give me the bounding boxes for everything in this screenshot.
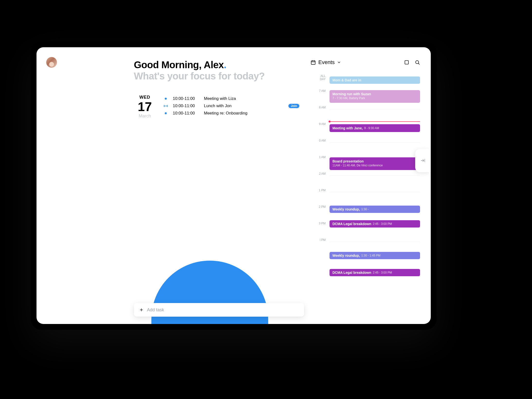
events-dropdown[interactable]: Events	[311, 59, 341, 66]
svg-rect-3	[311, 61, 315, 65]
event-title: DCMA Legal breakdown	[332, 271, 371, 275]
event-title: Morning run with Suzan	[332, 92, 371, 96]
plus-icon	[139, 308, 144, 312]
hour-label: 3 PM	[319, 222, 326, 225]
main-content: Good Morning, Alex. What's your focus fo…	[134, 47, 309, 324]
greeting: Good Morning, Alex.	[134, 59, 309, 70]
now-indicator	[330, 121, 420, 122]
agenda-time: 10:00-11:00	[173, 111, 200, 116]
svg-point-0	[165, 106, 166, 106]
event-subtitle: 7 - 7:30 AM, Battery Park	[332, 96, 365, 100]
subtitle: What's your focus for today?	[134, 71, 309, 82]
hour-label: 9 AM	[319, 122, 326, 126]
event-title: Board presentation	[332, 159, 364, 163]
hour-gridline	[330, 142, 420, 142]
app-screen: Good Morning, Alex. What's your focus fo…	[37, 47, 431, 324]
agenda-time: 10:00-11:00	[173, 96, 200, 101]
hour-label: i PM	[320, 238, 326, 242]
event-subtitle: 2:45 - 3:00 PM	[373, 222, 392, 226]
event-title: Weekly roundup,	[332, 254, 360, 257]
event-title: Meeting with Jane,	[332, 126, 363, 130]
greeting-text: Good Morning, Alex	[134, 59, 224, 70]
calendar-event[interactable]: Meeting with Jane,9 - 9:30 AM	[330, 124, 420, 132]
calendar-event[interactable]: Mom & Dad are in	[330, 76, 420, 84]
date-dow: WED	[134, 95, 156, 100]
hour-label: 1 PM	[319, 189, 326, 192]
timeline-header: Events	[311, 57, 420, 67]
day-timeline-panel: Events ALLDAY 7 AM8 AM9	[311, 57, 420, 321]
hour-label: 1 AM	[319, 155, 326, 159]
timeline[interactable]: ALLDAY 7 AM8 AM9 AM0 AM1 AM2 AM1 PM2 PM3…	[311, 75, 420, 308]
event-subtitle: 1:30 - 1:45 PM	[361, 254, 381, 257]
agenda-row[interactable]: 10:00-11:00Meeting with Liza	[163, 95, 299, 102]
events-column: Mom & Dad are inMorning run with Suzan7 …	[330, 76, 420, 308]
hour-gridline	[330, 175, 420, 176]
search-icon[interactable]	[415, 60, 420, 65]
add-task-placeholder: Add task	[147, 307, 164, 313]
agenda-row[interactable]: 10:00-11:00Lunch with JonJoin	[163, 102, 299, 110]
date-day: 17	[134, 100, 156, 113]
hour-label: 8 AM	[319, 106, 326, 109]
date-month: March	[134, 114, 156, 119]
bullet-dot-icon	[163, 112, 168, 114]
calendar-event[interactable]: DCMA Legal breakdown2:45 - 3:00 PM	[330, 220, 420, 228]
event-title: Weekly roundup,	[332, 207, 360, 211]
bullet-dot-icon	[163, 98, 168, 100]
live-indicator-icon	[163, 103, 168, 109]
square-icon[interactable]	[404, 60, 409, 65]
date-column: WED 17 March	[134, 95, 156, 119]
calendar-event[interactable]: Weekly roundup,1:30 - 1:45 PM	[330, 252, 420, 259]
event-subtitle: 11AM - 11:40 AM, Da Vinci conference	[332, 164, 383, 167]
expand-arrow-tab[interactable]	[415, 149, 431, 172]
arrow-right-to-line-icon	[420, 158, 426, 163]
tablet-device-frame: Good Morning, Alex. What's your focus fo…	[31, 41, 437, 330]
hour-label: 0 AM	[319, 139, 326, 142]
add-task-input[interactable]: Add task	[134, 303, 304, 317]
agenda-title: Lunch with Jon	[204, 104, 282, 108]
greeting-dot: .	[224, 59, 227, 70]
hour-label: 7 AM	[319, 89, 326, 93]
calendar-event[interactable]: DCMA Legal breakdown2:45 - 3:00 PM	[330, 269, 420, 276]
event-title: Mom & Dad are in	[332, 78, 361, 82]
calendar-event[interactable]: Morning run with Suzan7 - 7:30 AM, Batte…	[330, 90, 420, 103]
join-button[interactable]: Join	[288, 104, 299, 108]
agenda-title: Meeting with Liza	[204, 96, 299, 101]
svg-line-9	[418, 63, 419, 64]
all-day-label: ALLDAY	[320, 75, 326, 81]
agenda-list: 10:00-11:00Meeting with Liza10:00-11:00L…	[163, 95, 299, 117]
event-title: DCMA Legal breakdown	[332, 222, 371, 226]
hour-gridline	[330, 109, 420, 109]
hour-gridline	[330, 192, 420, 192]
agenda-row[interactable]: 10:00-11:00Meeting re: Onboarding	[163, 110, 299, 117]
calendar-event[interactable]: Weekly roundup,1:30 -	[330, 206, 420, 213]
hour-label: 2 AM	[319, 172, 326, 175]
hour-label: 2 PM	[319, 205, 326, 209]
svg-rect-7	[405, 61, 409, 64]
events-dropdown-label: Events	[318, 59, 335, 66]
calendar-event[interactable]: Board presentation11AM - 11:40 AM, Da Vi…	[330, 157, 420, 170]
event-subtitle: 1:30 -	[361, 208, 369, 211]
agenda-time: 10:00-11:00	[173, 104, 200, 108]
hour-gridline	[330, 242, 420, 242]
chevron-down-icon	[337, 60, 341, 64]
avatar[interactable]	[46, 57, 57, 68]
calendar-icon	[311, 60, 316, 65]
event-subtitle: 2:45 - 3:00 PM	[373, 271, 392, 274]
agenda-title: Meeting re: Onboarding	[204, 111, 299, 116]
event-subtitle: 9 - 9:30 AM	[364, 126, 379, 130]
